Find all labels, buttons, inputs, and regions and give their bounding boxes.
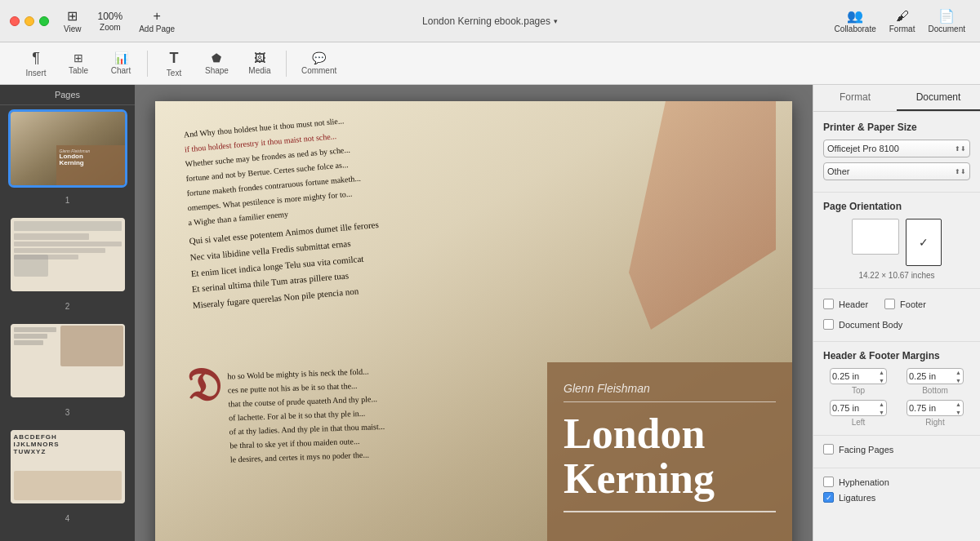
- facing-pages-checkbox[interactable]: [823, 444, 834, 455]
- page-size-label: 14.22 × 10.67 inches: [823, 271, 970, 280]
- page-thumb-wrapper-1: Glenn Fleishman LondonKerning 1: [0, 105, 135, 192]
- media-tool[interactable]: 🖼 Media: [240, 48, 279, 78]
- document-body-checkbox[interactable]: [823, 319, 834, 330]
- printer-chevron-icon: ⬆⬇: [955, 145, 966, 153]
- book-title: London Kerning: [547, 412, 792, 501]
- left-margin-stepper[interactable]: ▲ ▼: [879, 400, 884, 416]
- left-margin-up[interactable]: ▲: [879, 400, 884, 408]
- title-chevron-icon: ▾: [554, 17, 558, 25]
- page-thumb-2[interactable]: [11, 218, 125, 291]
- medieval-text: And Why thou holdest hue it thou must no…: [183, 101, 731, 314]
- view-button[interactable]: ⊞ View: [59, 7, 87, 35]
- add-page-icon: +: [154, 9, 161, 24]
- document-canvas[interactable]: And Why thou holdest hue it thou must no…: [135, 85, 813, 541]
- right-margin-down[interactable]: ▼: [956, 408, 961, 416]
- separator-2: [286, 51, 287, 77]
- page-thumb-1[interactable]: Glenn Fleishman LondonKerning: [11, 112, 125, 185]
- format-button[interactable]: 🖌 Format: [884, 7, 920, 35]
- table-tool[interactable]: ⊞ Table: [59, 48, 98, 78]
- panel-tabs: Format Document: [813, 85, 980, 112]
- left-margin-value: 0.75 in: [832, 403, 859, 413]
- printer-select[interactable]: Officejet Pro 8100 ⬆⬇: [823, 140, 970, 157]
- comment-tool[interactable]: 💬 Comment: [293, 48, 345, 78]
- chart-tool[interactable]: 📊 Chart: [101, 48, 140, 78]
- portrait-orientation[interactable]: ✓: [906, 219, 942, 266]
- zoom-button[interactable]: 100% Zoom: [93, 9, 128, 33]
- document-button[interactable]: 📄 Document: [923, 7, 970, 35]
- hyphenation-checkbox[interactable]: [823, 477, 834, 487]
- bottom-margin-stepper[interactable]: ▲ ▼: [956, 368, 961, 384]
- right-margin-stepper[interactable]: ▲ ▼: [956, 400, 961, 416]
- ligatures-checkbox[interactable]: [823, 492, 834, 503]
- tab-document[interactable]: Document: [897, 85, 980, 111]
- paper-size-value: Other: [827, 166, 850, 176]
- right-margin-value: 0.75 in: [909, 403, 936, 413]
- margins-section: Header & Footer Margins 0.25 in ▲ ▼ Top …: [813, 342, 980, 436]
- view-icon: ⊞: [67, 8, 78, 24]
- top-margin-value: 0.25 in: [832, 371, 859, 381]
- printer-section-title: Printer & Paper Size: [823, 122, 970, 133]
- author-name: Glenn Fleishman: [547, 362, 792, 401]
- header-checkbox[interactable]: [823, 299, 834, 309]
- document-label: Document: [928, 24, 965, 33]
- paper-size-select[interactable]: Other ⬆⬇: [823, 162, 970, 180]
- document-body-label: Document Body: [839, 320, 902, 330]
- hyphenation-row: Hyphenation: [823, 477, 970, 487]
- view-label: View: [64, 24, 82, 33]
- toolbar-left: ⊞ View 100% Zoom + Add Page: [59, 7, 180, 35]
- paper-size-chevron-icon: ⬆⬇: [955, 168, 966, 175]
- title-line-2: Kerning: [564, 455, 715, 502]
- table-icon: ⊞: [74, 51, 83, 64]
- format-icon: 🖌: [896, 9, 909, 24]
- left-margin-down[interactable]: ▼: [879, 408, 884, 416]
- top-margin-item: 0.25 in ▲ ▼ Top: [823, 368, 893, 395]
- top-margin-stepper[interactable]: ▲ ▼: [879, 368, 884, 384]
- insert-icon: ¶: [32, 50, 40, 67]
- close-button[interactable]: [10, 16, 20, 26]
- chart-label: Chart: [111, 66, 131, 75]
- left-margin-field[interactable]: 0.75 in ▲ ▼: [830, 400, 887, 416]
- media-label: Media: [248, 66, 270, 75]
- footer-checkbox[interactable]: [884, 299, 895, 309]
- collaborate-label: Collaborate: [835, 24, 876, 33]
- page-number-2: 2: [65, 302, 70, 311]
- page-number-1: 1: [65, 196, 70, 205]
- pages-panel: Pages Glenn Fleishman LondonKerning 1: [0, 85, 135, 541]
- bottom-margin-down[interactable]: ▼: [956, 376, 961, 384]
- maximize-button[interactable]: [39, 16, 49, 26]
- header-footer-section: Header Footer Document Body: [813, 289, 980, 342]
- top-margin-field[interactable]: 0.25 in ▲ ▼: [830, 368, 887, 384]
- add-page-button[interactable]: + Add Page: [134, 7, 180, 35]
- title-bar: ⊞ View 100% Zoom + Add Page London Kerni…: [0, 0, 980, 42]
- bottom-margin-field[interactable]: 0.25 in ▲ ▼: [906, 368, 964, 384]
- document-icon: 📄: [938, 8, 955, 24]
- tab-format[interactable]: Format: [813, 85, 897, 111]
- shape-tool[interactable]: ⬟ Shape: [197, 48, 237, 78]
- bottom-margin-item: 0.25 in ▲ ▼ Bottom: [900, 368, 970, 395]
- collaborate-button[interactable]: 👥 Collaborate: [830, 7, 881, 35]
- right-margin-up[interactable]: ▲: [956, 400, 961, 408]
- page-thumb-4[interactable]: ABCDEFGHIJKLMNORSTUWXYZ: [11, 430, 125, 503]
- top-margin-up[interactable]: ▲: [879, 368, 884, 376]
- margins-grid: 0.25 in ▲ ▼ Top 0.25 in ▲ ▼: [823, 368, 970, 427]
- decorative-initial: 𝔇: [186, 362, 221, 408]
- insert-tool[interactable]: ¶ Insert: [16, 47, 56, 81]
- checkmark-icon: ✓: [919, 236, 929, 249]
- insert-label: Insert: [25, 69, 46, 78]
- top-margin-down[interactable]: ▼: [879, 376, 884, 384]
- printer-value: Officejet Pro 8100: [827, 144, 899, 153]
- page-thumb-3[interactable]: [11, 324, 125, 397]
- printer-section: Printer & Paper Size Officejet Pro 8100 …: [813, 112, 980, 193]
- chart-icon: 📊: [114, 51, 128, 64]
- right-margin-field[interactable]: 0.75 in ▲ ▼: [906, 400, 964, 416]
- hyph-ligatures-section: Hyphenation Ligatures: [813, 468, 980, 516]
- toolbar: ¶ Insert ⊞ Table 📊 Chart T Text ⬟ Shape …: [0, 42, 980, 85]
- bottom-margin-up[interactable]: ▲: [956, 368, 961, 376]
- minimize-button[interactable]: [24, 16, 34, 26]
- media-icon: 🖼: [254, 51, 265, 64]
- bottom-margin-label: Bottom: [922, 386, 948, 395]
- right-panel: Format Document Printer & Paper Size Off…: [813, 85, 980, 541]
- text-label: Text: [167, 69, 181, 78]
- text-tool[interactable]: T Text: [154, 47, 194, 81]
- landscape-orientation[interactable]: [852, 219, 899, 255]
